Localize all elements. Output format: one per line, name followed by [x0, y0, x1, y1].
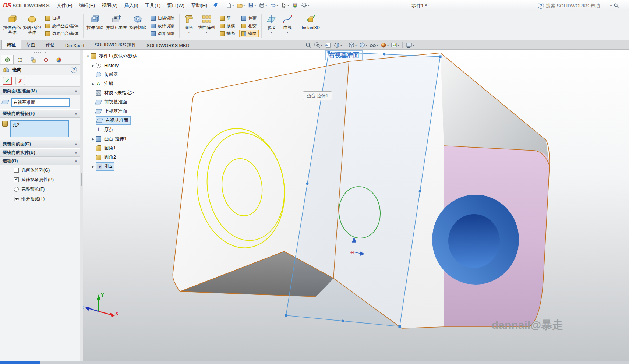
expand-arrow-icon[interactable] — [91, 64, 96, 67]
edit-appearance-button[interactable]: ▾ — [380, 42, 389, 49]
cancel-button[interactable] — [15, 77, 25, 85]
intersect-button[interactable]: 相交 — [239, 22, 259, 29]
rebuild-button[interactable] — [291, 1, 299, 9]
menu-view[interactable]: 视图(V) — [98, 0, 121, 11]
hide-show-items-button[interactable]: ▾ — [369, 42, 378, 49]
expand-arrow-icon[interactable] — [91, 137, 96, 141]
search-scope-caret-icon[interactable]: ▾ — [610, 4, 612, 7]
partial-preview-radio[interactable] — [14, 197, 19, 201]
options-section-header[interactable]: 选项(O) — [0, 157, 80, 165]
swept-boss-button[interactable]: 扫描 — [43, 14, 81, 22]
search-icon[interactable] — [614, 3, 619, 8]
lofted-cut-button[interactable]: 放样切割 — [149, 22, 177, 29]
bodies-section-header[interactable]: 要镜向的实体(B) — [0, 148, 80, 157]
tab-display-manager[interactable] — [52, 55, 65, 64]
tree-item-part[interactable]: 零件1 (默认<<默认... — [85, 52, 142, 61]
tree-item-front-plane[interactable]: 前视基准面 — [85, 98, 142, 107]
display-style-button[interactable]: ▾ — [358, 42, 368, 49]
mirror-button[interactable]: 镜向 — [239, 30, 259, 37]
expand-arrow-icon[interactable] — [85, 54, 91, 58]
tab-features[interactable]: 特征 — [1, 40, 21, 49]
instant3d-button[interactable]: Instant3D — [299, 12, 322, 39]
print-button[interactable]: ▾ — [258, 1, 268, 9]
mirror-plane-input[interactable] — [11, 98, 70, 107]
mirror-face-section-header[interactable]: 镜向面/基准面(M) — [0, 87, 80, 95]
tree-item-history[interactable]: History — [85, 61, 142, 70]
tree-item-sensors[interactable]: 传感器 — [85, 70, 142, 79]
tab-solidworks-addins[interactable]: SOLIDWORKS 插件 — [89, 40, 141, 49]
tab-dimxpert[interactable]: DimXpert — [60, 41, 89, 49]
revolved-cut-button[interactable]: 旋转切除 — [128, 12, 148, 39]
view-orientation-button[interactable]: ▾ — [348, 42, 357, 49]
tab-dimxpert-manager[interactable] — [39, 55, 52, 64]
propagate-visual-properties-checkbox[interactable] — [14, 177, 19, 182]
wrap-button[interactable]: 包覆 — [239, 14, 259, 22]
pm-help-icon[interactable]: ? — [71, 67, 77, 73]
geometry-pattern-checkbox[interactable] — [14, 168, 19, 173]
panel-resize-grip[interactable] — [0, 50, 80, 55]
menu-tools[interactable]: 工具(T) — [142, 0, 164, 11]
tab-feature-manager[interactable] — [1, 55, 14, 64]
menu-edit[interactable]: 编辑(E) — [76, 0, 98, 11]
hole2-bore-face[interactable] — [448, 214, 500, 268]
tree-item-annotations[interactable]: 注解 — [85, 79, 142, 88]
options-button[interactable]: ▾ — [300, 1, 310, 9]
save-button[interactable]: ▾ — [247, 1, 257, 9]
graphics-viewport[interactable]: Y X Z 右视基准面 凸台-拉伸1 dannail@暴走 零件1 (默认<<默… — [83, 50, 629, 361]
ok-button[interactable] — [3, 77, 12, 85]
draft-button[interactable]: 拔模 — [218, 22, 237, 29]
pin-menu-button[interactable] — [213, 2, 219, 9]
features-to-mirror-listbox[interactable]: 孔2 — [10, 120, 69, 137]
search-input[interactable] — [546, 3, 608, 8]
tree-item-material[interactable]: 材质 <未指定> — [85, 88, 142, 98]
menu-window[interactable]: 窗口(W) — [164, 0, 188, 11]
hole-wizard-button[interactable]: 异型孔向导 — [105, 12, 128, 39]
zoom-to-area-button[interactable]: ▾ — [314, 42, 323, 49]
undo-button[interactable]: ▾ — [269, 1, 279, 9]
tab-solidworks-mbd[interactable]: SOLIDWORKS MBD — [141, 41, 194, 49]
menu-insert[interactable]: 插入(I) — [121, 0, 141, 11]
linear-pattern-button[interactable]: 线性阵列 ▾ — [197, 12, 216, 39]
tree-item-origin[interactable]: 原点 — [85, 125, 142, 134]
swept-cut-button[interactable]: 扫描切除 — [149, 14, 177, 22]
new-document-button[interactable]: ▾ — [225, 1, 235, 9]
shell-button[interactable]: 抽壳 — [218, 30, 237, 37]
tree-item-fillet1[interactable]: 圆角1 — [85, 144, 142, 153]
tab-sketch[interactable]: 草图 — [21, 40, 40, 49]
splitter-grip[interactable] — [81, 173, 82, 186]
select-button[interactable]: ▾ — [280, 1, 290, 9]
extruded-boss-button[interactable]: 拉伸凸台/基体 — [2, 12, 22, 39]
expand-arrow-icon[interactable] — [91, 82, 96, 86]
tab-evaluate[interactable]: 评估 — [40, 40, 60, 49]
panel-splitter[interactable] — [80, 50, 83, 361]
expand-arrow-icon[interactable] — [91, 165, 96, 169]
rib-button[interactable]: 筋 — [218, 14, 237, 22]
faces-section-header[interactable]: 要镜向的面(C) — [0, 140, 80, 148]
curves-button[interactable]: 曲线 ▾ — [279, 12, 296, 39]
open-button[interactable]: ▾ — [236, 1, 246, 9]
features-section-header[interactable]: 要镜向的特征(F) — [0, 109, 80, 118]
menu-file[interactable]: 文件(F) — [53, 0, 76, 11]
tree-item-top-plane[interactable]: 上视基准面 — [85, 107, 142, 116]
tree-item-boss-extrude1[interactable]: 凸台-拉伸1 — [85, 134, 142, 144]
menu-help[interactable]: 帮助(H) — [188, 0, 211, 11]
previous-view-button[interactable] — [324, 42, 332, 49]
tree-item-fillet2[interactable]: 圆角2 — [85, 153, 142, 162]
boundary-cut-button[interactable]: 边界切除 — [149, 30, 177, 37]
feature-list-item[interactable]: 孔2 — [13, 122, 67, 128]
revolved-boss-button[interactable]: 旋转凸台/基体 — [22, 12, 42, 39]
lofted-boss-button[interactable]: 放样凸台/基体 — [43, 22, 81, 29]
reference-geometry-button[interactable]: 参考 ▾ — [263, 12, 279, 39]
tab-property-manager[interactable] — [14, 55, 26, 64]
apply-scene-button[interactable]: ▾ — [391, 42, 400, 49]
view-settings-button[interactable]: ▾ — [405, 42, 414, 49]
extruded-cut-button[interactable]: 拉伸切除 — [85, 12, 105, 39]
tree-item-right-plane[interactable]: 右视基准面 — [85, 116, 142, 125]
help-icon[interactable]: ? — [538, 3, 544, 9]
boundary-boss-button[interactable]: 边界凸台/基体 — [43, 30, 81, 37]
section-view-button[interactable]: ▾ — [333, 42, 342, 49]
tab-configuration-manager[interactable] — [26, 55, 39, 64]
full-preview-radio[interactable] — [14, 187, 19, 192]
zoom-to-fit-button[interactable] — [305, 42, 312, 49]
tree-item-hole2[interactable]: 孔2 — [85, 162, 142, 171]
